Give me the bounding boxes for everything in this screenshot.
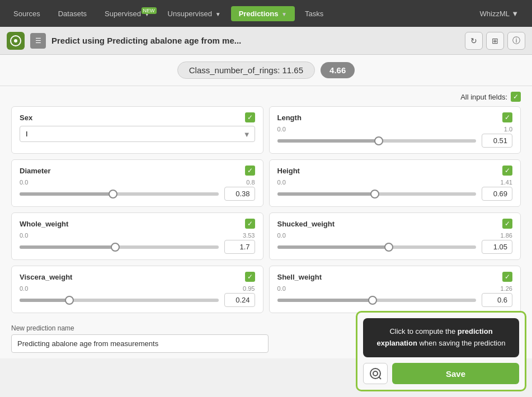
- refresh-button[interactable]: ↻: [465, 32, 483, 50]
- all-input-fields-row: All input fields: ✓: [11, 92, 521, 102]
- explain-button[interactable]: [363, 363, 388, 384]
- shucked-weight-slider-track[interactable]: [277, 245, 477, 249]
- nav-item-predictions[interactable]: Predictions ▼: [231, 6, 295, 21]
- toolbar-actions: ↻ ⊞ ⓘ: [465, 32, 525, 50]
- shucked-weight-max: 1.86: [501, 232, 512, 239]
- height-slider-track[interactable]: [277, 192, 477, 196]
- field-sex-header: Sex ✓: [20, 112, 255, 122]
- field-shucked-weight: Shucked_weight ✓ 0.0 1.86 1.05: [269, 212, 521, 260]
- field-diameter: Diameter ✓ 0.0 0.8 0.38: [11, 159, 263, 207]
- diameter-value: 0.38: [224, 187, 255, 201]
- field-height-checkbox[interactable]: ✓: [502, 166, 512, 176]
- field-shell-weight-checkbox[interactable]: ✓: [502, 272, 512, 282]
- field-shucked-weight-range: 0.0 1.86: [277, 232, 513, 239]
- shucked-weight-value: 1.05: [482, 240, 512, 254]
- nav-item-supervised[interactable]: Supervised NEW ▼: [97, 6, 158, 21]
- nav-item-tasks[interactable]: Tasks: [297, 6, 331, 21]
- field-length-checkbox[interactable]: ✓: [502, 112, 512, 122]
- field-sex: Sex ✓ I M F ▼: [11, 106, 263, 154]
- svg-point-1: [14, 39, 17, 42]
- field-whole-weight-name: Whole_weight: [20, 220, 68, 228]
- navbar: Sources Datasets Supervised NEW ▼ Unsupe…: [0, 0, 532, 27]
- new-prediction-input[interactable]: [11, 334, 269, 353]
- field-height: Height ✓ 0.0 1.41 0.69: [269, 159, 521, 207]
- whole-weight-value: 1.7: [224, 240, 255, 254]
- save-button[interactable]: Save: [392, 363, 519, 384]
- shucked-weight-slider-container: 1.05: [277, 240, 513, 254]
- viscera-weight-min: 0.0: [20, 285, 28, 292]
- height-min: 0.0: [277, 179, 286, 186]
- viscera-weight-value: 0.24: [224, 293, 255, 307]
- svg-point-3: [373, 371, 378, 376]
- field-whole-weight-checkbox[interactable]: ✓: [245, 219, 255, 229]
- nav-label-unsupervised: Unsupervised: [168, 10, 213, 18]
- diameter-slider-container: 0.38: [20, 187, 255, 201]
- nav-item-datasets[interactable]: Datasets: [50, 6, 95, 21]
- whole-weight-slider-container: 1.7: [20, 240, 255, 254]
- length-value: 0.51: [482, 134, 512, 148]
- diameter-slider-track[interactable]: [20, 192, 219, 196]
- tooltip-bold: prediction explanation: [377, 327, 493, 347]
- viscera-weight-max: 0.95: [243, 285, 255, 292]
- field-whole-weight-header: Whole_weight ✓: [20, 219, 255, 229]
- tooltip-text: Click to compute the prediction explanat…: [363, 318, 519, 357]
- nav-item-sources[interactable]: Sources: [6, 6, 48, 21]
- length-slider-container: 0.51: [277, 134, 513, 148]
- user-label: WhizzML: [480, 10, 510, 18]
- nav-label-supervised: Supervised: [105, 10, 141, 18]
- unsupervised-arrow: ▼: [215, 11, 221, 17]
- field-height-name: Height: [277, 167, 300, 175]
- formula-button[interactable]: ⊞: [486, 32, 504, 50]
- field-whole-weight: Whole_weight ✓ 0.0 3.53 1.7: [11, 212, 263, 260]
- new-badge: NEW: [142, 7, 157, 14]
- viscera-weight-slider-track[interactable]: [20, 299, 219, 302]
- predictions-arrow: ▼: [281, 11, 287, 17]
- toolbar-title: Predict using Predicting abalone age fro…: [51, 36, 459, 45]
- field-viscera-weight-checkbox[interactable]: ✓: [245, 272, 255, 282]
- length-max: 1.0: [504, 126, 512, 133]
- toolbar-brand-icon[interactable]: [7, 32, 25, 50]
- field-shucked-weight-header: Shucked_weight ✓: [277, 219, 513, 229]
- toolbar-list-icon[interactable]: ☰: [30, 33, 46, 49]
- fields-grid: Sex ✓ I M F ▼ Length ✓ 0.0 1.0: [11, 106, 521, 313]
- all-fields-checkbox[interactable]: ✓: [511, 92, 521, 102]
- field-shell-weight-range: 0.0 1.26: [277, 285, 513, 292]
- toolbar: ☰ Predict using Predicting abalone age f…: [0, 27, 532, 55]
- sex-select-wrapper: I M F ▼: [20, 126, 255, 142]
- whole-weight-slider-track[interactable]: [20, 245, 219, 249]
- field-length-header: Length ✓: [277, 112, 513, 122]
- nav-label-sources: Sources: [13, 10, 40, 18]
- field-shucked-weight-name: Shucked_weight: [277, 220, 335, 228]
- nav-user[interactable]: WhizzML ▼: [472, 6, 526, 21]
- field-sex-checkbox[interactable]: ✓: [245, 112, 255, 122]
- field-diameter-checkbox[interactable]: ✓: [245, 166, 255, 176]
- field-length: Length ✓ 0.0 1.0 0.51: [269, 106, 521, 154]
- shell-weight-slider-container: 0.6: [277, 293, 513, 307]
- diameter-max: 0.8: [246, 179, 255, 186]
- field-shucked-weight-checkbox[interactable]: ✓: [502, 219, 512, 229]
- length-slider-track[interactable]: [277, 139, 477, 143]
- field-diameter-range: 0.0 0.8: [20, 179, 255, 186]
- prediction-label: Class_number_of_rings: 11.65: [177, 62, 315, 79]
- nav-label-tasks: Tasks: [305, 10, 323, 18]
- shell-weight-max: 1.26: [501, 285, 512, 292]
- field-shell-weight-name: Shell_weight: [277, 273, 322, 281]
- whole-weight-min: 0.0: [20, 232, 28, 239]
- prediction-value: 4.66: [321, 62, 355, 78]
- shell-weight-slider-track[interactable]: [277, 299, 477, 302]
- info-button[interactable]: ⓘ: [507, 32, 525, 50]
- field-diameter-name: Diameter: [20, 167, 51, 175]
- field-length-range: 0.0 1.0: [277, 126, 513, 133]
- field-viscera-weight-header: Viscera_weight ✓: [20, 272, 255, 282]
- whole-weight-max: 3.53: [243, 232, 255, 239]
- sex-select[interactable]: I M F: [20, 126, 255, 142]
- field-viscera-weight: Viscera_weight ✓ 0.0 0.95 0.24: [11, 266, 263, 313]
- nav-item-unsupervised[interactable]: Unsupervised ▼: [160, 6, 229, 21]
- svg-line-4: [379, 377, 381, 379]
- main-content: All input fields: ✓ Sex ✓ I M F ▼ Length: [0, 86, 532, 319]
- field-shell-weight: Shell_weight ✓ 0.0 1.26 0.6: [269, 266, 521, 313]
- tooltip-wrapper: Click to compute the prediction explanat…: [356, 311, 526, 391]
- field-height-range: 0.0 1.41: [277, 179, 513, 186]
- all-input-fields-label: All input fields:: [460, 93, 507, 101]
- height-slider-container: 0.69: [277, 187, 513, 201]
